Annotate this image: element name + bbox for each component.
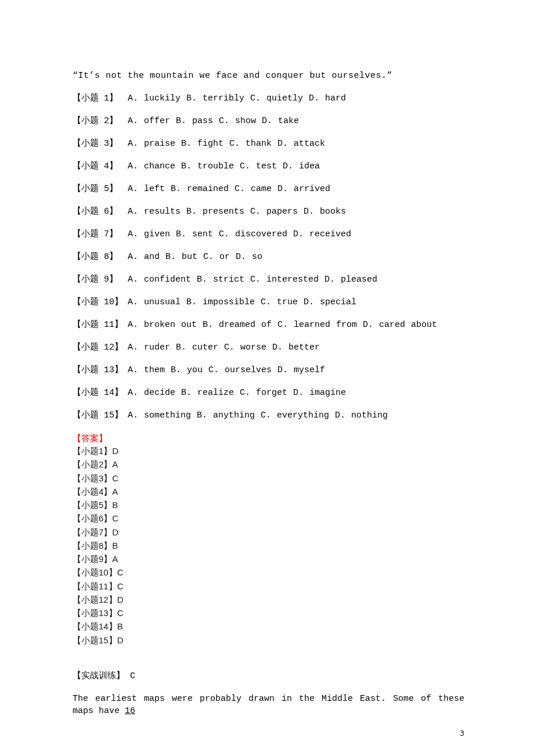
question-options: A. luckily B. terribly C. quietly D. har… bbox=[128, 92, 464, 105]
question-label: 【小题 3】 bbox=[73, 138, 128, 150]
question-row: 【小题 5】 A. left B. remained C. came D. ar… bbox=[73, 183, 464, 195]
question-options: A. something B. anything C. everything D… bbox=[128, 409, 464, 422]
question-options: A. chance B. trouble C. test D. idea bbox=[128, 160, 464, 172]
question-options: A. praise B. fight C. thank D. attack bbox=[128, 138, 464, 150]
question-row: 【小题 15】 A. something B. anything C. ever… bbox=[73, 409, 464, 422]
answer-line: 【小题4】A bbox=[73, 485, 464, 498]
question-label: 【小题 11】 bbox=[73, 319, 128, 331]
question-label: 【小题 12】 bbox=[73, 341, 128, 354]
question-label: 【小题 4】 bbox=[73, 160, 128, 172]
question-options: A. decide B. realize C. forget D. imagin… bbox=[128, 387, 464, 399]
question-options: A. results B. presents C. papers D. book… bbox=[128, 206, 464, 218]
question-row: 【小题 6】 A. results B. presents C. papers … bbox=[73, 206, 464, 218]
question-row: 【小题 4】 A. chance B. trouble C. test D. i… bbox=[73, 160, 464, 172]
question-label: 【小题 14】 bbox=[73, 387, 128, 399]
question-options: A. given B. sent C. discovered D. receiv… bbox=[128, 228, 464, 240]
question-row: 【小题 2】 A. offer B. pass C. show D. take bbox=[73, 115, 464, 127]
question-row: 【小题 10】 A. unusual B. impossible C. true… bbox=[73, 296, 464, 308]
question-options: A. ruder B. cuter C. worse D. better bbox=[128, 341, 464, 354]
question-options: A. broken out B. dreamed of C. learned f… bbox=[128, 319, 464, 331]
question-row: 【小题 7】 A. given B. sent C. discovered D.… bbox=[73, 228, 464, 240]
passage-line: The earliest maps were probably drawn in… bbox=[73, 693, 464, 717]
blank-16: 16 bbox=[125, 706, 135, 716]
question-options: A. offer B. pass C. show D. take bbox=[128, 115, 464, 127]
question-label: 【小题 8】 bbox=[73, 251, 128, 263]
answers-header: 【答案】 bbox=[73, 432, 464, 444]
question-row: 【小题 9】 A. confident B. strict C. interes… bbox=[73, 273, 464, 286]
question-label: 【小题 15】 bbox=[73, 409, 128, 422]
question-options: A. confident B. strict C. interested D. … bbox=[128, 273, 464, 286]
questions-list: 【小题 1】 A. luckily B. terribly C. quietly… bbox=[73, 92, 464, 422]
answer-line: 【小题8】B bbox=[73, 539, 464, 552]
question-row: 【小题 8】 A. and B. but C. or D. so bbox=[73, 251, 464, 263]
answer-line: 【小题9】A bbox=[73, 552, 464, 566]
answer-line: 【小题1】D bbox=[73, 444, 464, 458]
question-label: 【小题 6】 bbox=[73, 206, 128, 218]
question-row: 【小题 12】 A. ruder B. cuter C. worse D. be… bbox=[73, 341, 464, 354]
answer-line: 【小题5】B bbox=[73, 498, 464, 512]
quote-line: “It’s not the mountain we face and conqu… bbox=[73, 70, 464, 82]
question-options: A. unusual B. impossible C. true D. spec… bbox=[128, 296, 464, 308]
question-row: 【小题 14】 A. decide B. realize C. forget D… bbox=[73, 387, 464, 399]
answer-line: 【小题7】D bbox=[73, 525, 464, 539]
question-options: A. and B. but C. or D. so bbox=[128, 251, 464, 263]
practice-heading: 【实战训练】 C bbox=[73, 670, 464, 682]
question-label: 【小题 5】 bbox=[73, 183, 128, 195]
question-options: A. them B. you C. ourselves D. myself bbox=[128, 364, 464, 376]
question-options: A. left B. remained C. came D. arrived bbox=[128, 183, 464, 195]
answer-line: 【小题14】B bbox=[73, 620, 464, 633]
answer-line: 【小题2】A bbox=[73, 458, 464, 471]
answers-list: 【小题1】D 【小题2】A 【小题3】C 【小题4】A 【小题5】B 【小题6】… bbox=[73, 444, 464, 647]
question-label: 【小题 7】 bbox=[73, 228, 128, 240]
answer-line: 【小题3】C bbox=[73, 471, 464, 485]
page-number: 3 bbox=[460, 728, 464, 739]
answer-line: 【小题12】D bbox=[73, 593, 464, 606]
question-row: 【小题 13】 A. them B. you C. ourselves D. m… bbox=[73, 364, 464, 376]
answer-line: 【小题15】D bbox=[73, 633, 464, 647]
question-label: 【小题 13】 bbox=[73, 364, 128, 376]
question-label: 【小题 2】 bbox=[73, 115, 128, 127]
answer-line: 【小题11】C bbox=[73, 579, 464, 593]
question-label: 【小题 10】 bbox=[73, 296, 128, 308]
question-row: 【小题 1】 A. luckily B. terribly C. quietly… bbox=[73, 92, 464, 105]
answer-line: 【小题13】C bbox=[73, 606, 464, 620]
document-page: “It’s not the mountain we face and conqu… bbox=[0, 0, 534, 756]
question-label: 【小题 9】 bbox=[73, 273, 128, 286]
question-row: 【小题 11】 A. broken out B. dreamed of C. l… bbox=[73, 319, 464, 331]
question-row: 【小题 3】 A. praise B. fight C. thank D. at… bbox=[73, 138, 464, 150]
answer-line: 【小题10】C bbox=[73, 566, 464, 579]
question-label: 【小题 1】 bbox=[73, 92, 128, 105]
answer-line: 【小题6】C bbox=[73, 512, 464, 525]
